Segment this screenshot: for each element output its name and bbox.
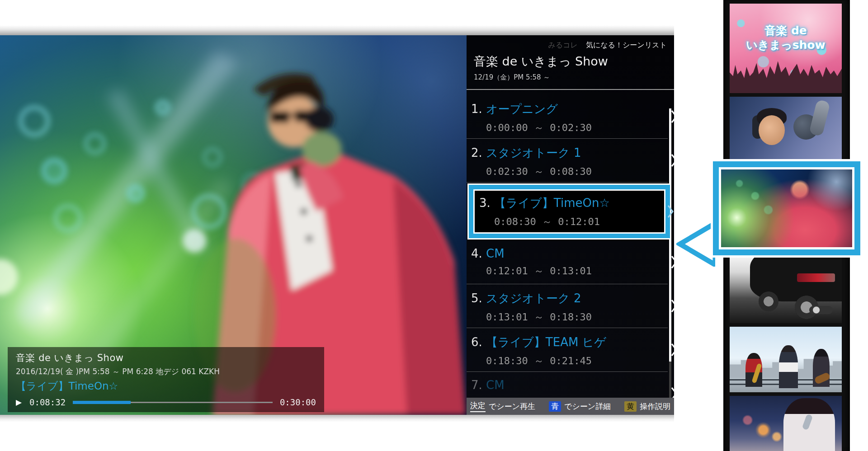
scene-number: 4. — [471, 247, 486, 260]
thumbnail-title-card[interactable]: 音楽 de いきまっshow — [730, 4, 842, 93]
scene-list-scrollbar[interactable] — [669, 108, 671, 398]
hint-help: 黄 操作説明 — [624, 401, 670, 412]
scene-title: オープニング — [486, 102, 558, 116]
scene-number: 7. — [471, 378, 486, 392]
scene-list-item-1[interactable]: 1.オープニング 0:00:00 ～ 0:02:30 — [467, 95, 668, 139]
scene-time-range: 0:13:01 ～ 0:18:30 — [486, 310, 650, 324]
chevron-right-icon — [667, 205, 674, 218]
player-program-title: 音楽 de いきまっ Show — [16, 352, 316, 364]
scene-title: 【ライブ】TEAM ヒゲ — [486, 335, 606, 349]
current-time: 0:08:32 — [29, 397, 66, 407]
scene-list-item-4[interactable]: 4.CM 0:12:01 ～ 0:13:01 — [467, 240, 668, 284]
scene-list: 1.オープニング 0:00:00 ～ 0:02:30 2.スタジオトーク 1 0… — [467, 95, 674, 398]
scene-list-panel: みるコレ気になる！シーンリスト 音楽 de いきまっ Show 12/19（金）… — [467, 35, 674, 415]
scene-list-item-6[interactable]: 6.【ライブ】TEAM ヒゲ 0:18:30 ～ 0:21:45 — [467, 328, 668, 372]
progress-bar — [73, 400, 273, 404]
tv-frame-bottom-edge — [0, 415, 674, 422]
panel-header: みるコレ気になる！シーンリスト — [548, 41, 667, 50]
scene-number: 1. — [471, 102, 486, 116]
callout-tail — [676, 221, 715, 267]
scene-list-item-3-selected[interactable]: 3.【ライブ】TimeOn☆ 0:08:30 ～ 0:12:01 — [475, 191, 664, 232]
scene-title: スタジオトーク 2 — [486, 291, 581, 305]
scene-time-range: 0:12:01 ～ 0:13:01 — [486, 264, 650, 278]
scene-title: CM — [486, 247, 505, 260]
total-time: 0:30:00 — [280, 397, 316, 407]
scrollbar-thumb[interactable] — [669, 108, 671, 362]
thumbnail-rooftop-band[interactable] — [730, 327, 842, 392]
tv-screen: 音楽 de いきまっ Show 2016/12/19( 金 )PM 5:58 ～… — [0, 35, 674, 415]
hint-play-scene: 決定 でシーン再生 — [470, 400, 535, 412]
scene-list-item-5[interactable]: 5.スタジオトーク 2 0:13:01 ～ 0:18:30 — [467, 284, 668, 328]
scene-title: 【ライブ】TimeOn☆ — [494, 196, 610, 210]
thumbnail-studio-recording[interactable] — [730, 97, 842, 159]
blue-key-badge: 青 — [549, 401, 561, 412]
scene-time-range: 0:02:30 ～ 0:08:30 — [486, 165, 650, 179]
hint-label: でシーン詳細 — [564, 401, 611, 412]
tv-frame-top-edge — [0, 25, 674, 35]
scene-number: 2. — [471, 146, 486, 160]
program-title: 音楽 de いきまっ Show — [474, 53, 667, 70]
player-info-overlay: 音楽 de いきまっ Show 2016/12/19( 金 )PM 5:58 ～… — [8, 347, 324, 412]
scene-time-range: 0:08:30 ～ 0:12:01 — [494, 215, 655, 229]
remote-hint-bar: 決定 でシーン再生 青 でシーン詳細 黄 操作説明 — [467, 398, 674, 415]
panel-title: 気になる！シーンリスト — [586, 41, 667, 49]
scene-list-item-2[interactable]: 2.スタジオトーク 1 0:02:30 ～ 0:08:30 — [467, 139, 668, 183]
enter-key-label: 決定 — [470, 400, 486, 412]
progress-fill — [73, 401, 131, 404]
thumbnail-live-singer[interactable] — [730, 396, 842, 451]
scene-list-item-7[interactable]: 7.CM 0:21:45 ～ 0:22:45 — [467, 372, 668, 398]
scene-number: 5. — [471, 291, 486, 305]
yellow-key-badge: 黄 — [624, 401, 637, 412]
program-datetime: 12/19（金）PM 5:58 ～ — [474, 73, 667, 82]
scene-title: CM — [486, 378, 505, 392]
scene-title: スタジオトーク 1 — [486, 146, 581, 160]
thumbnail-cm-car[interactable] — [730, 258, 842, 323]
scene-time-range: 0:00:00 ～ 0:02:30 — [486, 121, 650, 135]
hint-label: でシーン再生 — [489, 401, 535, 412]
player-current-scene: 【ライブ】TimeOn☆ — [16, 379, 316, 393]
player-progress-row: ▶ 0:08:32 0:30:00 — [16, 397, 316, 407]
hint-scene-detail: 青 でシーン詳細 — [549, 401, 611, 412]
selection-highlight-border — [713, 161, 860, 255]
hint-label: 操作説明 — [640, 401, 670, 412]
selected-thumbnail-callout[interactable] — [711, 159, 863, 258]
scene-time-range: 0:18:30 ～ 0:21:45 — [486, 354, 650, 368]
scene-number: 3. — [479, 196, 494, 210]
scene-number: 6. — [471, 335, 486, 349]
play-icon: ▶ — [16, 398, 29, 407]
player-broadcast-meta: 2016/12/19( 金 )PM 5:58 ～ PM 6:28 地デジ 061… — [16, 366, 316, 377]
thumbnail-caption: 音楽 de いきまっshow — [730, 23, 842, 53]
mirucolle-brand: みるコレ — [548, 41, 578, 49]
thumbnail-live-timeon-selected — [721, 169, 852, 247]
